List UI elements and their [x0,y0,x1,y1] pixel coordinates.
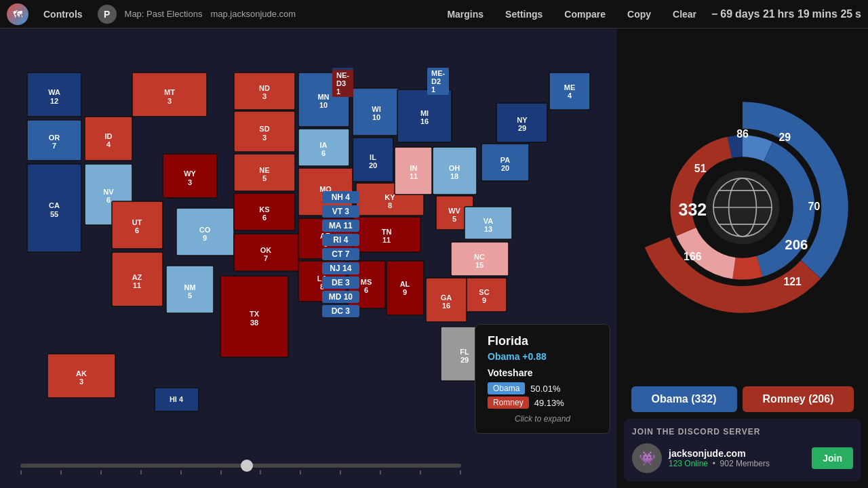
svg-text:MS: MS [361,278,372,286]
svg-text:GA: GA [441,293,452,302]
margins-button[interactable]: Margins [440,6,490,22]
svg-text:AK: AK [76,369,87,378]
timer-secs-label: s [855,8,861,20]
svg-text:CA: CA [49,201,60,209]
settings-button[interactable]: Settings [498,6,549,22]
svg-text:5: 5 [188,291,192,300]
clear-button[interactable]: Clear [666,6,703,22]
tick-9 [340,470,341,474]
svg-text:51: 51 [694,163,707,174]
svg-text:IL: IL [370,153,376,161]
svg-text:AZ: AZ [132,273,142,281]
timer-days-num: 69 [720,8,732,20]
svg-text:WY: WY [184,169,196,178]
vt-item[interactable]: VT 3 [322,205,359,218]
slider-ticks [20,470,461,474]
slider-track[interactable] [20,464,461,468]
me-d2-badge[interactable]: ME-D2 1 [427,68,449,95]
slider-handle[interactable] [241,460,253,472]
svg-text:9: 9 [203,234,207,242]
svg-text:166: 166 [684,251,702,262]
svg-text:55: 55 [50,210,58,218]
svg-text:4: 4 [106,140,111,148]
tick-11 [420,470,421,474]
romney-result-button[interactable]: Romney (206) [743,386,854,412]
svg-text:9: 9 [482,296,486,304]
discord-join-button[interactable]: Join [812,447,853,469]
svg-text:5: 5 [452,215,456,223]
svg-text:13: 13 [484,225,492,233]
tick-8 [300,470,301,474]
svg-text:9: 9 [403,288,407,296]
ma-item[interactable]: MA 11 [322,220,359,232]
svg-text:NM: NM [184,283,195,291]
md-item[interactable]: MD 10 [322,291,359,303]
tooltip-voteshare-label: Voteshare [488,367,597,378]
timer-secs-num: 25 [840,8,852,20]
tick-6 [220,470,222,474]
svg-text:TN: TN [382,228,392,236]
svg-text:OK: OK [260,246,272,254]
countdown-timer: − 69 days 21 hrs 19 mins 25 s [711,8,861,20]
svg-text:16: 16 [442,302,450,310]
svg-text:6: 6 [364,286,368,294]
svg-text:AL: AL [400,280,410,288]
svg-text:CO: CO [199,226,211,234]
nj-item[interactable]: NJ 14 [322,262,359,274]
svg-text:WA: WA [48,88,60,96]
ri-item[interactable]: RI 4 [322,234,359,246]
svg-text:3: 3 [167,97,172,105]
svg-text:29: 29 [460,356,469,364]
controls-button[interactable]: Controls [37,6,90,22]
timer-days-label: days [735,8,763,20]
header: 🗺 Controls P Map: Past Elections map.jac… [0,0,868,28]
svg-text:20: 20 [501,164,509,172]
svg-text:29: 29 [779,131,791,143]
svg-text:FL: FL [460,348,469,356]
copy-button[interactable]: Copy [620,6,658,22]
romney-pct: 49.13% [534,398,564,408]
tick-1 [20,470,22,474]
svg-text:IN: IN [410,164,418,172]
svg-text:HI 4: HI 4 [170,395,184,403]
svg-text:OH: OH [449,164,460,172]
svg-text:16: 16 [420,117,429,125]
svg-text:ID: ID [105,132,113,140]
svg-text:3: 3 [79,378,83,386]
obama-result-button[interactable]: Obama (332) [631,386,737,412]
svg-text:3: 3 [262,92,267,100]
northeast-state-list: NH 4 VT 3 MA 11 RI 4 CT 7 NJ 14 DE 3 MD … [322,191,359,317]
sidebar: 332 206 86 51 166 29 70 121 Obama (332) … [617,28,868,488]
compare-button[interactable]: Compare [557,6,612,22]
ne-d3-badge[interactable]: NE-D3 1 [332,70,353,97]
svg-text:6: 6 [262,214,267,222]
tick-7 [260,470,261,474]
online-count: 123 Online [669,459,708,468]
svg-text:10: 10 [319,101,328,109]
tick-5 [180,470,182,474]
de-item[interactable]: DE 3 [322,277,359,289]
romney-badge: Romney [488,396,529,409]
timeline-slider[interactable] [20,464,461,474]
svg-text:12: 12 [50,97,58,105]
discord-stats: 123 Online • 902 Members [669,459,805,468]
nh-item[interactable]: NH 4 [322,191,359,203]
discord-title: JOIN THE DISCORD SERVER [632,427,853,436]
dc-item[interactable]: DC 3 [322,305,359,317]
ct-item[interactable]: CT 7 [322,248,359,260]
svg-text:3: 3 [262,134,267,142]
tick-4 [140,470,142,474]
map-area[interactable]: .st { stroke: #111; stroke-width: 1.5; c… [0,28,617,488]
tooltip-expand[interactable]: Click to expand [488,414,597,424]
svg-text:86: 86 [736,128,749,140]
p-button[interactable]: P [98,5,117,24]
site-link[interactable]: map.jacksonjude.com [210,9,296,19]
svg-text:4: 4 [568,92,572,100]
map-label: Map: Past Elections [125,9,203,19]
svg-text:15: 15 [475,261,484,269]
svg-text:18: 18 [450,172,458,180]
svg-text:KY: KY [384,193,395,201]
tooltip-obama-row: Obama 50.01% [488,382,597,394]
timer-hrs-label: hrs [778,8,797,20]
tooltip-romney-row: Romney 49.13% [488,396,597,409]
